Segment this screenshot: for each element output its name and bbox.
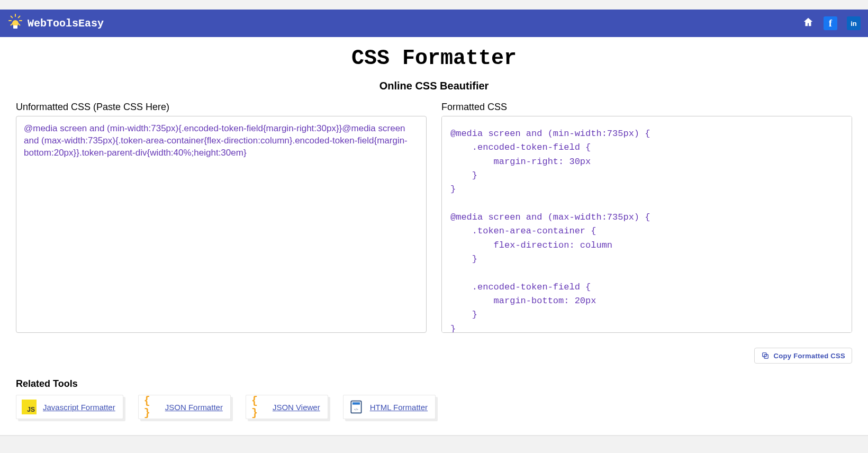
- related-tool-card[interactable]: { } JSON Viewer: [246, 395, 328, 419]
- lightbulb-icon: [8, 16, 22, 30]
- page-subtitle: Online CSS Beautifier: [16, 80, 852, 92]
- related-tool-card[interactable]: JS Javascript Formatter: [16, 395, 123, 419]
- javascript-icon: JS: [22, 400, 37, 414]
- related-tool-link[interactable]: JSON Formatter: [165, 403, 223, 412]
- header-right: f in: [802, 16, 861, 30]
- copy-button-label: Copy Formatted CSS: [774, 352, 845, 360]
- related-tools-row: JS Javascript Formatter { } JSON Formatt…: [16, 395, 852, 424]
- html-file-icon: </>: [349, 400, 364, 414]
- copy-formatted-css-button[interactable]: Copy Formatted CSS: [754, 348, 852, 364]
- related-tool-link[interactable]: Javascript Formatter: [43, 403, 115, 412]
- home-icon[interactable]: [802, 16, 814, 30]
- facebook-icon[interactable]: f: [824, 16, 837, 30]
- related-tool-link[interactable]: HTML Formatter: [370, 403, 428, 412]
- page-title: CSS Formatter: [16, 47, 852, 70]
- related-tool-link[interactable]: JSON Viewer: [273, 403, 320, 412]
- brand-link[interactable]: WebToolsEasy: [8, 16, 104, 30]
- output-label: Formatted CSS: [441, 102, 852, 113]
- app-header: WebToolsEasy f in: [0, 10, 868, 37]
- output-column: Formatted CSS @media screen and (min-wid…: [441, 102, 852, 333]
- main-content: CSS Formatter Online CSS Beautifier Unfo…: [0, 37, 868, 435]
- brand-name: WebToolsEasy: [28, 17, 104, 30]
- formatted-css-output[interactable]: @media screen and (min-width:735px) { .e…: [441, 116, 852, 333]
- input-column: Unformatted CSS (Paste CSS Here): [16, 102, 427, 333]
- related-tools-heading: Related Tools: [16, 378, 852, 389]
- linkedin-icon[interactable]: in: [847, 16, 861, 30]
- related-tool-card[interactable]: </> HTML Formatter: [343, 395, 436, 419]
- braces-icon: { }: [251, 400, 266, 414]
- copy-icon: [761, 351, 770, 360]
- related-tool-card[interactable]: { } JSON Formatter: [138, 395, 231, 419]
- svg-rect-3: [352, 402, 360, 404]
- braces-icon: { }: [144, 400, 159, 414]
- input-label: Unformatted CSS (Paste CSS Here): [16, 102, 427, 113]
- svg-text:</>: </>: [354, 408, 358, 411]
- unformatted-css-textarea[interactable]: [16, 116, 427, 333]
